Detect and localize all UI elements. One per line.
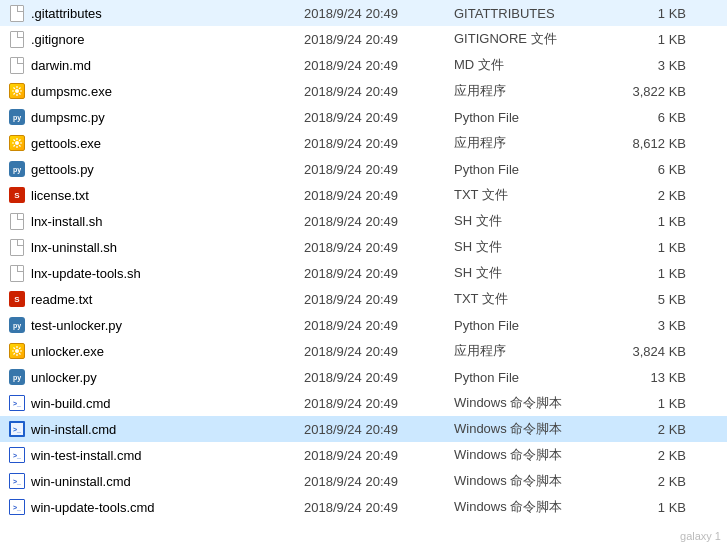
file-name: darwin.md: [31, 58, 91, 73]
file-name-cell: test-unlocker.py: [4, 316, 304, 334]
file-date: 2018/9/24 20:49: [304, 84, 454, 99]
file-size: 6 KB: [614, 162, 694, 177]
file-name-cell: gettools.py: [4, 160, 304, 178]
file-date: 2018/9/24 20:49: [304, 6, 454, 21]
file-date: 2018/9/24 20:49: [304, 58, 454, 73]
file-name: win-build.cmd: [31, 396, 110, 411]
file-date: 2018/9/24 20:49: [304, 188, 454, 203]
file-date: 2018/9/24 20:49: [304, 214, 454, 229]
file-row[interactable]: >_win-build.cmd2018/9/24 20:49Windows 命令…: [0, 390, 727, 416]
file-row[interactable]: darwin.md2018/9/24 20:49MD 文件3 KB: [0, 52, 727, 78]
file-name-cell: dumpsmc.py: [4, 108, 304, 126]
file-row[interactable]: >_win-uninstall.cmd2018/9/24 20:49Window…: [0, 468, 727, 494]
svg-point-0: [15, 89, 19, 93]
file-type: Windows 命令脚本: [454, 446, 614, 464]
file-name: gettools.py: [31, 162, 94, 177]
file-date: 2018/9/24 20:49: [304, 370, 454, 385]
file-type: Python File: [454, 370, 614, 385]
file-row[interactable]: unlocker.exe2018/9/24 20:49应用程序3,824 KB: [0, 338, 727, 364]
file-row[interactable]: >_win-install.cmd2018/9/24 20:49Windows …: [0, 416, 727, 442]
python-file-icon: [8, 316, 26, 334]
file-row[interactable]: .gitattributes2018/9/24 20:49GITATTRIBUT…: [0, 0, 727, 26]
file-name: win-install.cmd: [31, 422, 116, 437]
file-name-cell: .gitignore: [4, 30, 304, 48]
file-size: 5 KB: [614, 292, 694, 307]
file-size: 2 KB: [614, 188, 694, 203]
file-row[interactable]: >_win-update-tools.cmd2018/9/24 20:49Win…: [0, 494, 727, 520]
file-type: SH 文件: [454, 264, 614, 282]
python-file-icon: [8, 108, 26, 126]
python-file-icon: [8, 160, 26, 178]
file-row[interactable]: gettools.py2018/9/24 20:49Python File6 K…: [0, 156, 727, 182]
file-row[interactable]: test-unlocker.py2018/9/24 20:49Python Fi…: [0, 312, 727, 338]
file-name-cell: Sreadme.txt: [4, 290, 304, 308]
file-list: .gitattributes2018/9/24 20:49GITATTRIBUT…: [0, 0, 727, 520]
file-name: dumpsmc.py: [31, 110, 105, 125]
file-name: unlocker.exe: [31, 344, 104, 359]
file-row[interactable]: Slicense.txt2018/9/24 20:49TXT 文件2 KB: [0, 182, 727, 208]
file-row[interactable]: lnx-uninstall.sh2018/9/24 20:49SH 文件1 KB: [0, 234, 727, 260]
file-size: 1 KB: [614, 6, 694, 21]
file-type: Windows 命令脚本: [454, 472, 614, 490]
file-row[interactable]: unlocker.py2018/9/24 20:49Python File13 …: [0, 364, 727, 390]
file-type: 应用程序: [454, 342, 614, 360]
file-date: 2018/9/24 20:49: [304, 422, 454, 437]
file-name: gettools.exe: [31, 136, 101, 151]
file-date: 2018/9/24 20:49: [304, 32, 454, 47]
file-name-cell: unlocker.py: [4, 368, 304, 386]
file-size: 6 KB: [614, 110, 694, 125]
file-type: MD 文件: [454, 56, 614, 74]
file-row[interactable]: gettools.exe2018/9/24 20:49应用程序8,612 KB: [0, 130, 727, 156]
generic-file-icon: [8, 212, 26, 230]
file-row[interactable]: dumpsmc.py2018/9/24 20:49Python File6 KB: [0, 104, 727, 130]
file-date: 2018/9/24 20:49: [304, 136, 454, 151]
cmd-file-icon: >_: [8, 472, 26, 490]
generic-file-icon: [8, 56, 26, 74]
file-size: 3 KB: [614, 58, 694, 73]
svg-point-1: [15, 141, 19, 145]
file-row[interactable]: lnx-install.sh2018/9/24 20:49SH 文件1 KB: [0, 208, 727, 234]
file-type: GITATTRIBUTES: [454, 6, 614, 21]
file-size: 1 KB: [614, 214, 694, 229]
file-type: TXT 文件: [454, 186, 614, 204]
exe-file-icon: [8, 134, 26, 152]
cmd-file-icon: >_: [8, 446, 26, 464]
file-date: 2018/9/24 20:49: [304, 110, 454, 125]
file-date: 2018/9/24 20:49: [304, 162, 454, 177]
file-size: 2 KB: [614, 422, 694, 437]
file-name: license.txt: [31, 188, 89, 203]
file-name: .gitattributes: [31, 6, 102, 21]
file-type: 应用程序: [454, 82, 614, 100]
file-name-cell: unlocker.exe: [4, 342, 304, 360]
file-size: 3,824 KB: [614, 344, 694, 359]
file-date: 2018/9/24 20:49: [304, 396, 454, 411]
file-size: 1 KB: [614, 32, 694, 47]
file-name-cell: gettools.exe: [4, 134, 304, 152]
file-type: TXT 文件: [454, 290, 614, 308]
file-size: 1 KB: [614, 396, 694, 411]
file-name: lnx-update-tools.sh: [31, 266, 141, 281]
file-size: 2 KB: [614, 474, 694, 489]
file-row[interactable]: >_win-test-install.cmd2018/9/24 20:49Win…: [0, 442, 727, 468]
file-name-cell: lnx-update-tools.sh: [4, 264, 304, 282]
txt-file-icon: S: [8, 186, 26, 204]
file-name: dumpsmc.exe: [31, 84, 112, 99]
file-date: 2018/9/24 20:49: [304, 292, 454, 307]
file-date: 2018/9/24 20:49: [304, 474, 454, 489]
file-name: readme.txt: [31, 292, 92, 307]
file-type: SH 文件: [454, 238, 614, 256]
generic-file-icon: [8, 4, 26, 22]
file-size: 1 KB: [614, 500, 694, 515]
file-date: 2018/9/24 20:49: [304, 500, 454, 515]
file-type: Windows 命令脚本: [454, 498, 614, 516]
file-date: 2018/9/24 20:49: [304, 240, 454, 255]
file-size: 1 KB: [614, 240, 694, 255]
file-name: win-uninstall.cmd: [31, 474, 131, 489]
file-row[interactable]: dumpsmc.exe2018/9/24 20:49应用程序3,822 KB: [0, 78, 727, 104]
file-name: unlocker.py: [31, 370, 97, 385]
file-row[interactable]: Sreadme.txt2018/9/24 20:49TXT 文件5 KB: [0, 286, 727, 312]
file-row[interactable]: lnx-update-tools.sh2018/9/24 20:49SH 文件1…: [0, 260, 727, 286]
file-row[interactable]: .gitignore2018/9/24 20:49GITIGNORE 文件1 K…: [0, 26, 727, 52]
file-type: SH 文件: [454, 212, 614, 230]
generic-file-icon: [8, 238, 26, 256]
